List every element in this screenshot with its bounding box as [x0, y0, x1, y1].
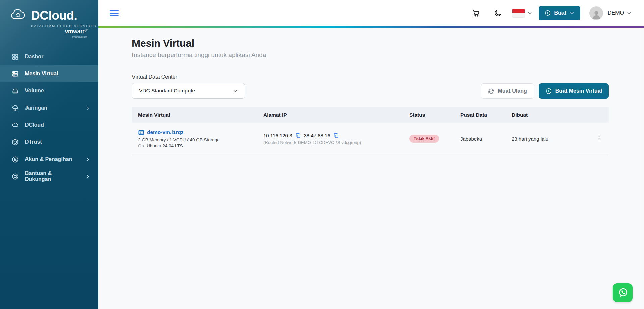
vdc-select[interactable]: VDC Standard Compute	[132, 83, 245, 99]
column-header: Status	[409, 112, 460, 118]
copy-icon	[333, 133, 339, 139]
create-button-label: Buat	[554, 10, 566, 16]
dcloud-cloud-logo-icon	[10, 9, 28, 23]
column-header: Mesin Virtual	[132, 112, 263, 118]
sidebar-item-bantuan-dukungan[interactable]: Bantuan & Dukungan	[0, 168, 98, 185]
hamburger-menu-button[interactable]	[108, 9, 120, 18]
language-selector[interactable]	[512, 9, 533, 17]
user-icon	[591, 9, 602, 20]
sidebar-item-volume[interactable]: Volume	[0, 82, 98, 100]
user-menu[interactable]: DEMO	[608, 10, 632, 16]
page-title: Mesin Virtual	[132, 38, 609, 49]
copy-private-ip-button[interactable]	[295, 133, 301, 139]
create-button[interactable]: Buat	[539, 6, 580, 20]
page-subtitle: Instance berperforma tinggi untuk aplika…	[132, 51, 609, 59]
column-header: Pusat Data	[460, 112, 512, 118]
content-area: Buat DEMO Mesin Virtual Instance berperf…	[98, 0, 644, 309]
vmware-logo: vmware®	[10, 28, 88, 35]
plus-circle-icon	[545, 88, 552, 95]
sidebar-item-label: Volume	[25, 88, 44, 94]
status-cell: Tidak Aktif	[409, 135, 460, 143]
sidebar-item-jaringan[interactable]: Jaringan	[0, 100, 98, 117]
vm-specs: 2 GB Memory / 1 VCPU / 40 GB Storage	[138, 137, 263, 142]
copy-public-ip-button[interactable]	[333, 133, 339, 139]
avatar[interactable]	[589, 6, 603, 20]
chevron-right-icon	[84, 157, 92, 162]
server-icon	[11, 70, 19, 78]
life-buoy-icon	[11, 173, 19, 180]
created-cell: 23 hari yang lalu	[512, 136, 594, 142]
create-vm-button-label: Buat Mesin Virtual	[555, 88, 602, 94]
chevron-down-icon	[569, 10, 575, 16]
reload-button-label: Muat Ulang	[498, 88, 527, 94]
brand-tagline: DATACOMM CLOUD SERVICES	[31, 24, 90, 28]
vm-os: OnUbuntu 24.04 LTS	[138, 143, 263, 148]
vdc-selected-value: VDC Standard Compute	[139, 88, 195, 94]
network-name: (Routed-Network-DEMO_DTCDEVOPS.vdcgroup)	[263, 140, 409, 145]
cart-button[interactable]	[472, 9, 480, 17]
ip-cell: 10.116.120.3 38.47.88.16 (Routed-Network…	[263, 133, 409, 145]
app-root: DCloud. DATACOMM CLOUD SERVICES vmware® …	[0, 0, 644, 309]
cloud-icon	[11, 121, 19, 129]
cart-icon	[472, 9, 480, 17]
account-icon	[11, 156, 19, 163]
sidebar-item-label: Jaringan	[25, 105, 47, 111]
topbar: Buat DEMO	[98, 0, 644, 26]
vm-icon	[138, 129, 144, 136]
vm-table: Mesin Virtual Alamat IP Status Pusat Dat…	[132, 107, 609, 155]
whatsapp-button[interactable]	[613, 283, 633, 302]
refresh-icon	[488, 88, 494, 94]
sidebar-nav: Dasbor Mesin Virtual Volume	[0, 48, 98, 185]
sidebar-item-label: Akun & Penagihan	[25, 156, 72, 162]
sidebar-item-dcloud[interactable]: DCloud	[0, 117, 98, 134]
kebab-icon	[596, 135, 602, 141]
row-menu-button[interactable]	[594, 133, 604, 144]
vm-info-cell: demo-vm.l1rqz 2 GB Memory / 1 VCPU / 40 …	[132, 129, 263, 148]
scrollbar-track[interactable]	[641, 28, 641, 309]
sidebar-item-label: Bantuan & Dukungan	[25, 170, 78, 182]
vdc-label: Virtual Data Center	[132, 74, 245, 80]
sidebar-item-label: DTrust	[25, 139, 42, 145]
user-name: DEMO	[608, 10, 624, 16]
indonesia-flag-icon	[512, 9, 525, 17]
sidebar-item-label: DCloud	[25, 122, 44, 128]
reload-button[interactable]: Muat Ulang	[481, 83, 534, 99]
vm-name-link[interactable]: demo-vm.l1rqz	[147, 129, 183, 135]
brand-gradient-strip	[98, 26, 644, 28]
row-actions-cell	[594, 133, 609, 144]
copy-icon	[295, 133, 301, 139]
sidebar-item-mesin-virtual[interactable]: Mesin Virtual	[0, 65, 98, 82]
hexagon-shield-icon	[11, 138, 19, 146]
sidebar-item-akun-penagihan[interactable]: Akun & Penagihan	[0, 151, 98, 168]
plus-circle-icon	[544, 10, 551, 16]
chevron-down-icon	[527, 10, 533, 16]
create-vm-button[interactable]: Buat Mesin Virtual	[539, 83, 609, 99]
sidebar-item-label: Dasbor	[25, 54, 43, 60]
chevron-right-icon	[84, 106, 92, 110]
column-header: Alamat IP	[263, 112, 409, 118]
sidebar-item-label: Mesin Virtual	[25, 71, 58, 77]
dark-mode-toggle[interactable]	[494, 9, 502, 17]
brand-name: DCloud.	[31, 9, 77, 23]
column-header: Dibuat	[512, 112, 594, 118]
network-cloud-icon	[11, 104, 19, 112]
vmware-byline: by Broadcom	[10, 35, 87, 38]
datacenter-cell: Jababeka	[460, 136, 512, 142]
chevron-down-icon	[232, 88, 238, 94]
status-badge: Tidak Aktif	[409, 135, 439, 143]
sidebar-item-dasbor[interactable]: Dasbor	[0, 48, 98, 65]
chevron-right-icon	[84, 174, 92, 179]
public-ip: 38.47.88.16	[304, 133, 330, 138]
sidebar-item-dtrust[interactable]: DTrust	[0, 134, 98, 151]
main-panel: Mesin Virtual Instance berperforma tingg…	[98, 28, 644, 309]
sidebar: DCloud. DATACOMM CLOUD SERVICES vmware® …	[0, 0, 98, 309]
moon-icon	[494, 9, 502, 17]
private-ip: 10.116.120.3	[263, 133, 292, 138]
chevron-down-icon	[626, 10, 632, 16]
whatsapp-icon	[617, 287, 629, 299]
table-row: demo-vm.l1rqz 2 GB Memory / 1 VCPU / 40 …	[132, 123, 609, 155]
dashboard-icon	[11, 53, 19, 61]
drive-icon	[11, 87, 19, 95]
table-header-row: Mesin Virtual Alamat IP Status Pusat Dat…	[132, 107, 609, 123]
brand-logo: DCloud. DATACOMM CLOUD SERVICES vmware® …	[0, 0, 98, 42]
